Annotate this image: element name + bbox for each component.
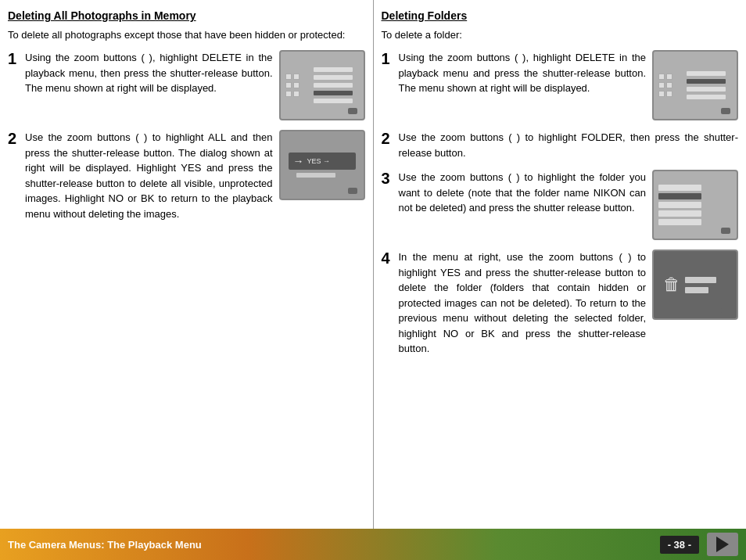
camera-indicator-r3 (721, 228, 730, 234)
icon-cell (666, 91, 672, 97)
right-step-1-text: Using the zoom buttons ( ), highlight DE… (399, 50, 647, 96)
trash-line-1 (685, 277, 716, 283)
right-step-3-image (652, 170, 738, 240)
camera-screen-2: → YES → (279, 130, 365, 200)
menu-line (687, 71, 726, 76)
dialog-yes-text: YES → (307, 157, 331, 165)
icon-cell (293, 82, 299, 88)
camera-indicator-2 (348, 188, 357, 194)
left-intro: To delete all photographs except those t… (8, 28, 365, 42)
menu-lines-r1 (687, 71, 726, 99)
right-step-3: 3 Use the zoom buttons ( ) to highlight … (382, 170, 739, 240)
camera-screen-r4: 🗑 (652, 249, 738, 320)
icon-cell (293, 74, 299, 80)
menu-line (314, 67, 353, 72)
icon-cell (285, 91, 292, 97)
left-step-1-text: Using the zoom buttons ( ), highlight DE… (25, 50, 273, 96)
trash-lines (685, 277, 716, 293)
icon-cell (658, 82, 665, 88)
next-arrow-icon (716, 537, 729, 552)
right-step-2: 2 Use the zoom buttons ( ) to highlight … (382, 130, 739, 160)
folder-item (658, 210, 701, 217)
right-step-3-number: 3 (382, 170, 394, 187)
menu-line (687, 95, 726, 99)
dialog-arrow-icon: → (293, 155, 304, 167)
folder-item (658, 219, 701, 225)
right-intro: To delete a folder: (382, 28, 739, 42)
icon-cell (285, 74, 292, 80)
left-step-2-image: → YES → (279, 130, 365, 200)
dialog-content: → YES → (285, 149, 359, 181)
icon-cell (666, 74, 672, 80)
trash-content: 🗑 (658, 270, 732, 300)
icon-cell (658, 74, 665, 80)
right-step-4: 4 In the menu at right, use the zoom but… (382, 249, 739, 357)
menu-icon-1 (285, 74, 307, 97)
trash-line-2 (685, 287, 708, 293)
camera-indicator-1 (348, 108, 357, 114)
dialog-bottom-line (296, 173, 335, 178)
footer-right: - 38 - (660, 533, 738, 556)
icon-cell (293, 91, 299, 97)
left-step-2: 2 Use the zoom buttons ( ) to highlight … (8, 130, 365, 221)
dialog-row: → YES → (289, 153, 356, 170)
icon-cell (666, 82, 672, 88)
left-panel: Deleting All Photographs in Memory To de… (0, 0, 374, 529)
page-number: - 38 - (660, 536, 699, 554)
menu-line (314, 99, 353, 103)
right-step-1-number: 1 (382, 50, 394, 67)
trash-icon: 🗑 (663, 275, 680, 295)
right-step-4-text: In the menu at right, use the zoom butto… (399, 249, 647, 357)
right-step-2-number: 2 (382, 130, 394, 147)
right-panel: Deleting Folders To delete a folder: 1 U… (374, 0, 747, 529)
right-step-4-number: 4 (382, 249, 394, 267)
folder-item (658, 202, 701, 208)
left-step-2-text: Use the zoom buttons ( ) to highlight AL… (25, 130, 273, 221)
left-step-1-image (279, 50, 365, 120)
right-step-1: 1 Using the zoom buttons ( ), highlight … (382, 50, 739, 120)
menu-lines-1 (314, 67, 353, 103)
folder-item (658, 185, 701, 191)
menu-line (314, 83, 353, 88)
menu-line (314, 75, 353, 80)
menu-icon-r1 (658, 74, 680, 97)
right-step-4-image: 🗑 (652, 249, 738, 320)
right-title: Deleting Folders (382, 9, 739, 22)
menu-line (687, 87, 726, 92)
left-step-1-number: 1 (8, 50, 20, 67)
footer-text: The Camera Menus: The Playback Menu (8, 539, 202, 551)
camera-screen-r3 (652, 170, 738, 240)
icon-cell (285, 82, 292, 88)
right-step-3-text: Use the zoom buttons ( ) to highlight th… (399, 170, 647, 216)
camera-screen-1 (279, 50, 365, 120)
menu-line-selected (687, 79, 726, 84)
left-step-1: 1 Using the zoom buttons ( ), highlight … (8, 50, 365, 120)
icon-cell (658, 91, 665, 97)
camera-indicator-r1 (721, 108, 730, 114)
footer-bar: The Camera Menus: The Playback Menu - 38… (0, 529, 746, 560)
folder-list (658, 185, 732, 225)
left-title: Deleting All Photographs in Memory (8, 9, 365, 22)
folder-item-selected (658, 193, 701, 199)
camera-indicator-r4 (721, 307, 730, 314)
left-step-2-number: 2 (8, 130, 20, 147)
menu-line-selected (314, 91, 353, 95)
right-step-1-image (652, 50, 738, 120)
next-page-button[interactable] (707, 533, 738, 556)
camera-screen-r1 (652, 50, 738, 120)
right-step-2-text: Use the zoom buttons ( ) to highlight FO… (399, 130, 739, 160)
